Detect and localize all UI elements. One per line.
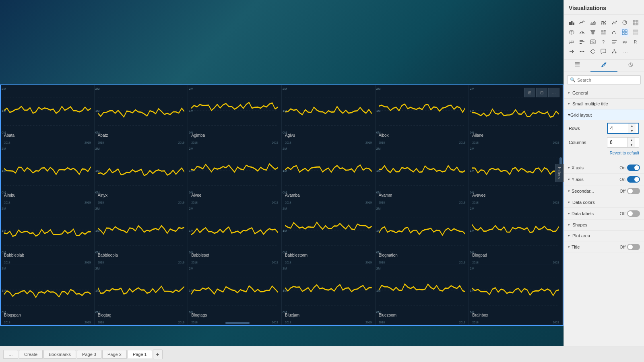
tab-analytics[interactable] (617, 60, 644, 72)
tab-add[interactable]: + (153, 350, 163, 359)
viz-icon-qna[interactable]: ? (599, 37, 608, 46)
viz-icon-treemap[interactable] (599, 28, 608, 37)
tab-page2[interactable]: Page 2 (102, 350, 127, 359)
viz-icon-more1[interactable] (567, 47, 576, 56)
tab-page1[interactable]: Page 1 (128, 350, 152, 358)
viz-icon-more-dots[interactable]: … (620, 47, 629, 56)
y-axis-labels: 2M 1M 0M (189, 267, 193, 314)
small-multiples-grid: 2M 1M 0M Abata 2018 2019 2M 1M 0M Abatz (1, 85, 563, 325)
viz-icon-kpi[interactable]: 123 (567, 37, 576, 46)
svg-rect-116 (612, 43, 615, 44)
rows-decrement[interactable]: ▼ (628, 128, 636, 133)
chart-cell-title: Blogspan (4, 313, 21, 317)
viz-icon-gauge[interactable] (578, 28, 586, 37)
svg-rect-94 (604, 31, 606, 33)
viz-icon-smart-narrative[interactable] (610, 37, 619, 46)
svg-rect-73 (571, 21, 573, 25)
viz-icon-slicer[interactable] (578, 37, 586, 46)
tab-bookmarks[interactable]: Bookmarks (43, 350, 76, 359)
columns-decrement[interactable]: ▼ (628, 142, 635, 147)
general-header[interactable]: ▾ General (564, 88, 644, 98)
more-btn[interactable]: … (548, 88, 559, 97)
svg-rect-98 (614, 31, 615, 32)
viz-icon-card[interactable]: 42 (588, 37, 597, 46)
chart-cell: 2M 1M 0M Agivu 2018 2019 (282, 85, 376, 145)
search-box[interactable]: 🔍 (567, 75, 641, 84)
svg-point-121 (583, 51, 584, 52)
viz-icon-combo[interactable] (599, 18, 608, 27)
tab-fields[interactable] (564, 60, 590, 72)
x-axis-labels: 2018 2019 (285, 261, 372, 264)
tab-page3[interactable]: Page 3 (77, 350, 101, 359)
viz-icon-area[interactable] (588, 18, 597, 27)
data-colors-header[interactable]: ▾ Data colors (564, 197, 644, 208)
chart-svg (472, 208, 559, 252)
viz-icon-scatter[interactable] (610, 18, 619, 27)
chart-svg (191, 208, 278, 252)
y-axis-label: Y axis (572, 177, 584, 182)
filters-tab[interactable]: Filters (555, 164, 564, 182)
scroll-indicator-bottom[interactable] (225, 322, 250, 324)
data-labels-value: Off (620, 211, 625, 216)
y-axis-toggle[interactable] (627, 176, 640, 183)
chart-cell: 2M 1M 0M Avamba 2018 2019 (282, 145, 376, 205)
expand-btn[interactable]: ⊞ (524, 88, 535, 97)
title-row: ▾ Title Off (564, 241, 644, 253)
viz-icon-table[interactable] (631, 18, 640, 27)
rows-increment[interactable]: ▲ (628, 123, 636, 128)
viz-icon-matrix[interactable] (631, 28, 640, 37)
viz-icon-small-multiples[interactable] (620, 28, 629, 37)
plot-area-header[interactable]: ▾ Plot area (564, 230, 644, 241)
tab-create[interactable]: Create (19, 350, 43, 359)
chart-cell-title: Aibox (379, 133, 389, 138)
tab-format[interactable] (590, 60, 617, 72)
grid-layout-header[interactable]: ▾ Grid layout (564, 109, 644, 120)
focus-btn[interactable]: ⊡ (536, 88, 547, 97)
chart-svg (379, 268, 466, 312)
viz-icon-funnel[interactable] (588, 28, 597, 37)
viz-icon-map[interactable] (567, 28, 576, 37)
x-axis-label: X axis (572, 165, 584, 170)
chart-cell-title: Ainyx (98, 193, 107, 197)
viz-icon-power-automate[interactable] (588, 47, 597, 56)
columns-increment[interactable]: ▲ (628, 138, 635, 142)
revert-link[interactable]: Revert to default (569, 151, 639, 158)
y-axis-labels: 2M 1M 0M (189, 87, 193, 134)
grid-layout-content: Rows ▲ ▼ Columns ▲ (564, 120, 644, 162)
secondary-label: Secondar... (572, 189, 594, 193)
svg-rect-108 (580, 40, 583, 41)
secondary-toggle[interactable] (627, 188, 640, 194)
x-axis-labels: 2018 2019 (285, 141, 372, 144)
shapes-header[interactable]: ▾ Shapes (564, 220, 644, 230)
rows-input[interactable] (608, 124, 628, 132)
chart-cell-title: Avamba (285, 193, 300, 197)
x-axis-toggle[interactable] (627, 165, 640, 171)
chart-cell: 2M 1M 0M Babbleblab 2018 2019 (1, 205, 95, 265)
columns-spinners: ▲ ▼ (627, 138, 635, 147)
viz-icon-stacked-bar[interactable] (567, 18, 576, 27)
viz-icon-speech-bubble[interactable] (599, 47, 608, 56)
x-axis-labels: 2018 2019 (379, 141, 466, 144)
viz-icon-line[interactable] (578, 18, 586, 27)
viz-icon-pie[interactable] (620, 18, 629, 27)
columns-input[interactable] (607, 138, 627, 146)
viz-icon-waterfall[interactable] (610, 28, 619, 37)
x-axis-labels: 2018 2019 (4, 321, 91, 324)
svg-point-79 (613, 22, 614, 23)
search-input[interactable] (577, 78, 638, 82)
viz-icon-r[interactable]: R (631, 37, 640, 46)
svg-rect-75 (601, 23, 602, 25)
small-multiple-title-header[interactable]: ▾ Small multiple title (564, 99, 644, 109)
svg-rect-96 (612, 32, 613, 34)
y-axis-labels: 2M 1M 0M (470, 207, 474, 254)
viz-icon-python[interactable]: Py (620, 37, 629, 46)
viz-icon-more2[interactable] (578, 47, 586, 56)
y-axis-chevron: ▾ (568, 177, 570, 181)
viz-icon-decomp[interactable] (610, 47, 619, 56)
title-toggle[interactable] (627, 244, 640, 250)
chart-cell: 2M 1M 0M Aimbu 2018 2019 (1, 145, 95, 205)
tab-ellipsis[interactable]: … (3, 350, 18, 359)
chart-svg (285, 148, 372, 192)
svg-rect-95 (601, 33, 606, 35)
data-labels-toggle[interactable] (627, 210, 640, 217)
